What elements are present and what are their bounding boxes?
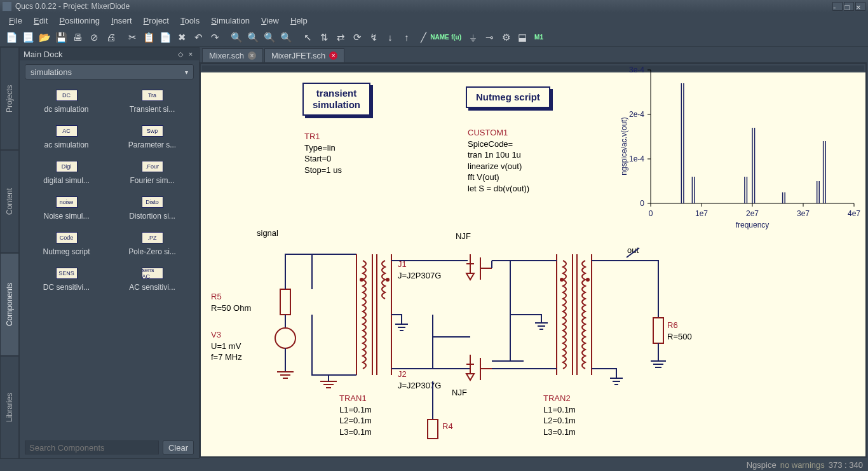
search-input[interactable]	[25, 440, 159, 454]
category-combo[interactable]: simulations ▾	[25, 64, 194, 79]
component-label: DC sensitivi...	[43, 283, 90, 292]
dock-float-icon[interactable]: ◇	[176, 50, 185, 58]
component-dc-sensitivi---[interactable]: SENSDC sensitivi...	[25, 264, 108, 296]
zoom-fit-icon[interactable]: 🔍	[262, 30, 277, 45]
component-grid: DCdc simulationTraTransient si...ACac si…	[20, 83, 199, 437]
rotate-icon[interactable]: ⟳	[349, 30, 365, 45]
component-dc-simulation[interactable]: DCdc simulation	[25, 86, 108, 118]
svg-point-4	[560, 278, 564, 282]
sidetab-projects[interactable]: Projects	[0, 47, 19, 150]
save-icon[interactable]: 💾	[53, 30, 69, 45]
component-label: Transient si...	[130, 105, 175, 114]
component-label: Parameter s...	[128, 140, 176, 149]
chevron-down-icon: ▾	[185, 69, 188, 76]
side-tabs: ProjectsContentComponentsLibraries	[0, 47, 19, 459]
menu-help[interactable]: Help	[285, 15, 313, 27]
view-data-icon[interactable]: ⬓	[515, 30, 530, 45]
menu-view[interactable]: View	[256, 15, 284, 27]
component-ac-simulation[interactable]: ACac simulation	[25, 121, 108, 153]
status-warnings: no warnings	[780, 460, 825, 470]
chart-ylabel: ngspice/ac.v(out)	[620, 117, 628, 175]
new-text-icon[interactable]: 📃	[20, 30, 36, 45]
zoom-in-icon[interactable]: 🔍	[229, 30, 244, 45]
wire-label-icon[interactable]: NAME	[432, 30, 447, 45]
component-fourier-sim---[interactable]: .FourFourier sim...	[111, 157, 194, 189]
minimize-button[interactable]: ‐	[832, 2, 843, 11]
simulate-icon[interactable]: ⚙	[498, 30, 513, 45]
save-all-icon[interactable]: 🖶	[70, 30, 85, 45]
dock-close-icon[interactable]: ×	[186, 50, 195, 58]
dock-title: Main Dock	[24, 50, 62, 59]
component-label: AC sensitivi...	[129, 283, 175, 292]
svg-text:2e7: 2e7	[746, 209, 759, 218]
menu-project[interactable]: Project	[139, 15, 174, 27]
clear-button[interactable]: Clear	[163, 440, 194, 454]
zoom-out-icon[interactable]: 🔍	[245, 30, 261, 45]
ground-icon[interactable]: ⏚	[465, 30, 480, 45]
zoom-reset-icon[interactable]: 🔍	[278, 30, 294, 45]
wire-icon[interactable]: ╱	[416, 30, 431, 45]
cut-icon[interactable]: ✂	[125, 30, 140, 45]
menu-file[interactable]: File	[4, 15, 27, 27]
maximize-button[interactable]: □	[844, 2, 854, 11]
component-label: digital simul...	[43, 176, 90, 185]
menu-simulation[interactable]: Simulation	[206, 15, 255, 27]
copy-icon[interactable]: 📋	[141, 30, 156, 45]
tab-MixerJFET-sch[interactable]: MixerJFET.sch×	[264, 48, 344, 62]
tab-bar: Mixer.sch×MixerJFET.sch×	[200, 47, 868, 62]
sidetab-components[interactable]: Components	[0, 253, 19, 356]
menu-edit[interactable]: Edit	[29, 15, 53, 27]
svg-text:1e7: 1e7	[695, 209, 708, 218]
component-pole-zero-si---[interactable]: .PZPole-Zero si...	[111, 228, 194, 260]
menu-positioning[interactable]: Positioning	[54, 15, 105, 27]
deactivate-icon[interactable]: ↯	[366, 30, 381, 45]
component-digital-simul---[interactable]: Digidigital simul...	[25, 157, 108, 189]
component-icon: Code	[56, 232, 78, 243]
component-icon: .PZ	[142, 232, 163, 243]
close-file-icon[interactable]: ⊘	[86, 30, 102, 45]
component-nutmeg-script[interactable]: CodeNutmeg script	[25, 228, 108, 260]
schematic-canvas[interactable]: transient simulation TR1Type=linStart=0S…	[200, 62, 867, 458]
equation-icon[interactable]: f(u)	[449, 30, 464, 45]
select-icon[interactable]: ↖	[300, 30, 315, 45]
component-icon: Digi	[56, 161, 78, 172]
redo-icon[interactable]: ↷	[207, 30, 222, 45]
open-icon[interactable]: 📂	[37, 30, 52, 45]
component-parameter-s---[interactable]: SwpParameter s...	[111, 121, 194, 153]
svg-point-2	[360, 278, 363, 282]
insert-wire-up-icon[interactable]: ↑	[399, 30, 414, 45]
svg-text:3e-4: 3e-4	[629, 65, 644, 74]
menubar: FileEditPositioningInsertProjectToolsSim…	[0, 13, 868, 28]
tab-close-icon[interactable]: ×	[248, 51, 256, 60]
fft-chart: 01e72e73e74e7 01e-42e-43e-4 frequency ng…	[619, 64, 860, 235]
mirror-v-icon[interactable]: ⇅	[316, 30, 332, 45]
close-button[interactable]: ×	[855, 2, 865, 11]
component-icon: sens AC	[142, 268, 163, 279]
svg-point-5	[586, 278, 590, 282]
chart-xlabel: frequency	[736, 221, 770, 229]
marker-icon[interactable]: M1	[531, 30, 546, 45]
menu-tools[interactable]: Tools	[175, 15, 205, 27]
sidetab-libraries[interactable]: Libraries	[0, 356, 19, 459]
svg-rect-7	[428, 420, 438, 439]
tab-Mixer-sch[interactable]: Mixer.sch×	[202, 48, 263, 62]
component-noise-simul---[interactable]: noiseNoise simul...	[25, 193, 108, 224]
undo-icon[interactable]: ↶	[191, 30, 206, 45]
mirror-h-icon[interactable]: ⇄	[333, 30, 348, 45]
sidetab-content[interactable]: Content	[0, 150, 19, 253]
new-file-icon[interactable]: 📄	[4, 30, 19, 45]
component-distortion-si---[interactable]: DistoDistortion si...	[111, 193, 194, 224]
svg-text:0: 0	[640, 199, 644, 208]
delete-icon[interactable]: ✖	[174, 30, 189, 45]
insert-wire-down-icon[interactable]: ↓	[383, 30, 398, 45]
port-icon[interactable]: ⊸	[482, 30, 497, 45]
component-ac-sensitivi---[interactable]: sens ACAC sensitivi...	[111, 264, 194, 296]
statusbar: Ngspice no warnings 373 : 340	[0, 459, 868, 471]
status-coords: 373 : 340	[829, 460, 863, 470]
menu-insert[interactable]: Insert	[106, 15, 137, 27]
component-transient-si---[interactable]: TraTransient si...	[111, 86, 194, 118]
tab-close-icon[interactable]: ×	[329, 51, 337, 60]
print-icon[interactable]: 🖨	[103, 30, 118, 45]
svg-text:4e7: 4e7	[848, 209, 860, 218]
paste-icon[interactable]: 📄	[158, 30, 173, 45]
